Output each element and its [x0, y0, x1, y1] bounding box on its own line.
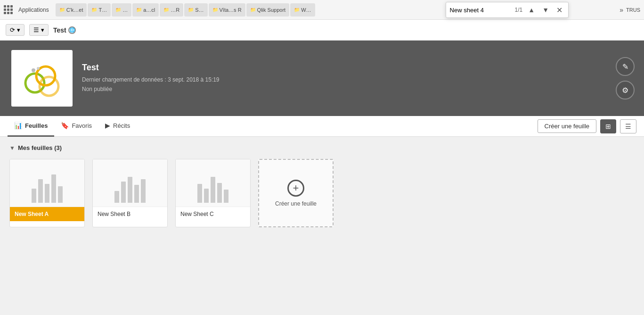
- tab-feuilles[interactable]: 📊 Feuilles: [8, 116, 54, 137]
- section-title: Mes feuilles (3): [18, 144, 62, 151]
- section-toggle-icon[interactable]: ▼: [9, 145, 15, 151]
- browser-tab-9[interactable]: W…: [290, 3, 315, 17]
- sheets-grid: New Sheet A New Sheet B New Sheet C: [9, 159, 635, 227]
- create-sheet-card[interactable]: + Créer une feuille: [258, 159, 334, 227]
- browser-tab-qlik[interactable]: Qlik Support: [246, 3, 290, 17]
- app-meta-line1: Dernier chargement de données : 3 sept. …: [82, 75, 220, 84]
- list-dropdown-icon: ▾: [41, 26, 44, 33]
- favoris-icon: 🔖: [61, 122, 69, 129]
- browser-tab-2[interactable]: T…: [88, 3, 111, 17]
- content-area: ▼ Mes feuilles (3) New Sheet A Ne: [0, 137, 644, 235]
- grid-icon: ⊞: [605, 123, 611, 130]
- header-actions: ✎ ⚙: [616, 57, 635, 99]
- sheet-card-a[interactable]: New Sheet A: [9, 159, 85, 227]
- browser-end-label: TRUS: [626, 7, 640, 13]
- svg-point-3: [32, 68, 35, 72]
- bar-2: [204, 189, 209, 203]
- back-icon: ⟳: [10, 26, 15, 33]
- browser-tab-1[interactable]: C'k…et: [56, 3, 87, 17]
- tab-recits-label: Récits: [113, 122, 130, 129]
- bar-4: [134, 185, 139, 203]
- browser-tab-6[interactable]: S…: [184, 3, 207, 17]
- find-popup: 1/1 ▲ ▼ ✕: [446, 2, 569, 18]
- find-prev-button[interactable]: ▲: [526, 5, 537, 15]
- apps-grid-icon[interactable]: [4, 5, 13, 14]
- find-close-button[interactable]: ✕: [554, 5, 564, 16]
- bar-5: [58, 186, 63, 203]
- list-view-button[interactable]: ☰: [620, 119, 636, 133]
- sheet-name-a: New Sheet A: [10, 207, 84, 221]
- bar-4: [51, 174, 56, 203]
- feuilles-icon: 📊: [14, 122, 22, 129]
- browser-more-btn[interactable]: »: [620, 6, 623, 14]
- bar-3: [211, 177, 215, 203]
- svg-point-4: [37, 67, 40, 70]
- app-logo: [11, 50, 73, 107]
- tab-feuilles-label: Feuilles: [25, 122, 48, 129]
- sheet-card-c[interactable]: New Sheet C: [175, 159, 251, 227]
- bar-2: [121, 182, 126, 203]
- list-view-icon: ☰: [625, 123, 631, 130]
- browser-end: » TRUS: [620, 6, 640, 14]
- sheet-name-b: New Sheet B: [93, 207, 167, 221]
- applications-label: Applications: [18, 7, 49, 13]
- sheet-card-b[interactable]: New Sheet B: [92, 159, 168, 227]
- nav-list-button[interactable]: ☰ ▾: [29, 24, 49, 36]
- create-sheet-label: Créer une feuille: [275, 200, 317, 207]
- app-meta-line2: Non publiée: [82, 85, 220, 94]
- app-header: Test Dernier chargement de données : 3 s…: [0, 41, 644, 116]
- find-input[interactable]: [450, 7, 511, 14]
- nav-back-button[interactable]: ⟳ ▾: [6, 24, 24, 36]
- app-title-header: Test: [82, 63, 220, 73]
- bar-3: [128, 177, 132, 203]
- sheet-preview-a: [10, 159, 84, 207]
- bar-1: [197, 184, 202, 203]
- bar-1: [114, 191, 119, 203]
- bar-5: [224, 190, 228, 203]
- svg-point-2: [40, 77, 58, 96]
- bar-3: [45, 184, 49, 203]
- settings-button[interactable]: ⚙: [616, 81, 635, 99]
- browser-tab-5[interactable]: …R: [160, 3, 183, 17]
- tab-favoris[interactable]: 🔖 Favoris: [54, 116, 98, 137]
- find-count: 1/1: [515, 7, 523, 13]
- list-icon: ☰: [33, 26, 39, 33]
- find-next-button[interactable]: ▼: [540, 5, 551, 15]
- browser-tab-4[interactable]: a…cl: [132, 3, 159, 17]
- grid-view-button[interactable]: ⊞: [600, 119, 616, 133]
- browser-tab-7[interactable]: Vīta…s R: [209, 3, 245, 17]
- browser-tab-3[interactable]: …: [112, 3, 131, 17]
- bar-2: [38, 179, 43, 203]
- app-toolbar: ⟳ ▾ ☰ ▾ Test 🌐: [0, 20, 644, 41]
- sheet-name-c: New Sheet C: [176, 207, 250, 221]
- bar-1: [32, 189, 36, 203]
- nav-dropdown-icon: ▾: [17, 26, 20, 33]
- bar-4: [217, 183, 222, 203]
- app-title-text: Test: [53, 26, 66, 34]
- tab-recits[interactable]: ▶ Récits: [98, 116, 137, 137]
- tab-actions: Créer une feuille ⊞ ☰: [538, 119, 636, 133]
- recits-icon: ▶: [105, 122, 110, 129]
- bar-5: [141, 179, 146, 203]
- sheet-preview-c: [176, 159, 250, 207]
- create-sheet-button[interactable]: Créer une feuille: [538, 119, 596, 133]
- tabs-bar: 📊 Feuilles 🔖 Favoris ▶ Récits Créer une …: [0, 116, 644, 137]
- sheet-preview-b: [93, 159, 167, 207]
- section-header: ▼ Mes feuilles (3): [9, 144, 635, 151]
- tab-favoris-label: Favoris: [72, 122, 92, 129]
- create-plus-icon: +: [287, 180, 304, 197]
- app-title: Test 🌐: [53, 26, 76, 34]
- globe-icon: 🌐: [68, 26, 76, 34]
- browser-toolbar: Applications C'k…et T… … a…cl …R S… Vīta…: [0, 0, 644, 20]
- app-info: Test Dernier chargement de données : 3 s…: [82, 63, 220, 93]
- svg-point-0: [25, 74, 44, 92]
- edit-button[interactable]: ✎: [616, 57, 635, 76]
